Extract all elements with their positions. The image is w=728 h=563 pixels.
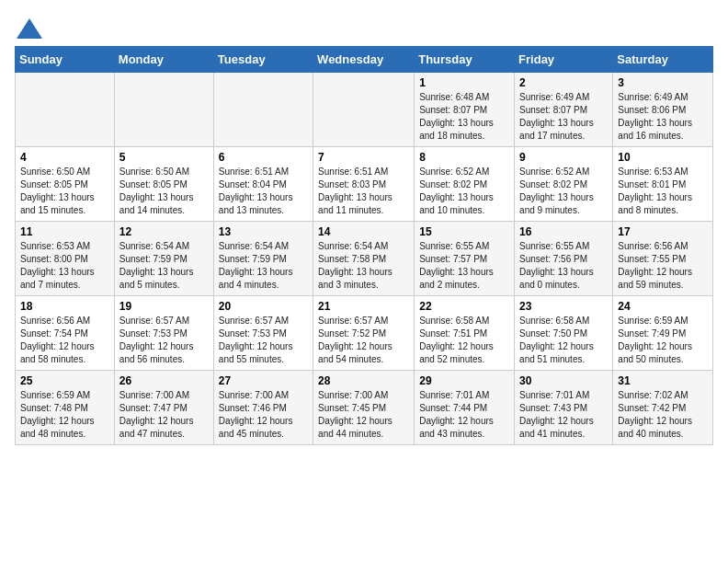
day-of-week-wednesday: Wednesday <box>313 47 415 73</box>
day-info: Sunrise: 6:59 AMSunset: 7:48 PMDaylight:… <box>20 389 109 441</box>
calendar-cell: 28Sunrise: 7:00 AMSunset: 7:45 PMDayligh… <box>313 371 415 445</box>
calendar-cell: 7Sunrise: 6:51 AMSunset: 8:03 PMDaylight… <box>313 147 415 222</box>
calendar-week-3: 11Sunrise: 6:53 AMSunset: 8:00 PMDayligh… <box>16 222 713 296</box>
day-number: 2 <box>519 76 608 89</box>
day-number: 13 <box>219 225 308 238</box>
calendar-cell <box>313 73 415 147</box>
day-number: 4 <box>20 151 109 164</box>
calendar-cell: 10Sunrise: 6:53 AMSunset: 8:01 PMDayligh… <box>613 147 713 222</box>
calendar-cell: 1Sunrise: 6:48 AMSunset: 8:07 PMDaylight… <box>415 73 515 147</box>
calendar-cell: 12Sunrise: 6:54 AMSunset: 7:59 PMDayligh… <box>114 222 213 296</box>
day-number: 14 <box>318 225 409 238</box>
day-info: Sunrise: 7:00 AMSunset: 7:45 PMDaylight:… <box>318 389 409 441</box>
calendar-cell: 18Sunrise: 6:56 AMSunset: 7:54 PMDayligh… <box>16 296 115 371</box>
day-number: 24 <box>618 300 708 313</box>
logo <box>15 18 42 39</box>
day-info: Sunrise: 6:53 AMSunset: 8:01 PMDaylight:… <box>618 166 708 217</box>
day-number: 1 <box>419 76 509 89</box>
day-number: 15 <box>419 225 509 238</box>
day-info: Sunrise: 7:01 AMSunset: 7:44 PMDaylight:… <box>419 389 509 441</box>
day-info: Sunrise: 6:53 AMSunset: 8:00 PMDaylight:… <box>20 240 109 292</box>
day-info: Sunrise: 6:58 AMSunset: 7:51 PMDaylight:… <box>419 315 509 366</box>
calendar-cell: 27Sunrise: 7:00 AMSunset: 7:46 PMDayligh… <box>213 371 313 445</box>
day-number: 25 <box>20 374 109 387</box>
calendar-cell: 21Sunrise: 6:57 AMSunset: 7:52 PMDayligh… <box>313 296 415 371</box>
day-number: 31 <box>618 374 708 387</box>
day-number: 19 <box>119 300 209 313</box>
day-info: Sunrise: 6:57 AMSunset: 7:52 PMDaylight:… <box>318 315 409 366</box>
day-info: Sunrise: 6:57 AMSunset: 7:53 PMDaylight:… <box>119 315 209 366</box>
calendar-cell: 23Sunrise: 6:58 AMSunset: 7:50 PMDayligh… <box>515 296 613 371</box>
day-info: Sunrise: 6:49 AMSunset: 8:07 PMDaylight:… <box>519 91 608 143</box>
calendar-cell <box>213 73 313 147</box>
day-number: 21 <box>318 300 409 313</box>
day-info: Sunrise: 6:56 AMSunset: 7:54 PMDaylight:… <box>20 315 109 366</box>
calendar-cell: 20Sunrise: 6:57 AMSunset: 7:53 PMDayligh… <box>213 296 313 371</box>
day-number: 18 <box>20 300 109 313</box>
calendar-week-4: 18Sunrise: 6:56 AMSunset: 7:54 PMDayligh… <box>16 296 713 371</box>
day-number: 29 <box>419 374 509 387</box>
day-info: Sunrise: 7:01 AMSunset: 7:43 PMDaylight:… <box>519 389 608 441</box>
day-info: Sunrise: 6:52 AMSunset: 8:02 PMDaylight:… <box>419 166 509 217</box>
calendar-cell: 5Sunrise: 6:50 AMSunset: 8:05 PMDaylight… <box>114 147 213 222</box>
day-number: 30 <box>519 374 608 387</box>
calendar-week-2: 4Sunrise: 6:50 AMSunset: 8:05 PMDaylight… <box>16 147 713 222</box>
calendar-cell <box>16 73 115 147</box>
day-info: Sunrise: 6:51 AMSunset: 8:04 PMDaylight:… <box>219 166 308 217</box>
day-info: Sunrise: 6:56 AMSunset: 7:55 PMDaylight:… <box>618 240 708 292</box>
calendar-cell: 2Sunrise: 6:49 AMSunset: 8:07 PMDaylight… <box>515 73 613 147</box>
day-number: 12 <box>119 225 209 238</box>
calendar-cell: 15Sunrise: 6:55 AMSunset: 7:57 PMDayligh… <box>415 222 515 296</box>
calendar-cell: 16Sunrise: 6:55 AMSunset: 7:56 PMDayligh… <box>515 222 613 296</box>
day-of-week-saturday: Saturday <box>613 47 713 73</box>
day-of-week-tuesday: Tuesday <box>213 47 313 73</box>
day-number: 5 <box>119 151 209 164</box>
day-number: 7 <box>318 151 409 164</box>
day-number: 3 <box>618 76 708 89</box>
day-info: Sunrise: 6:49 AMSunset: 8:06 PMDaylight:… <box>618 91 708 143</box>
day-number: 16 <box>519 225 608 238</box>
logo-icon <box>17 18 42 39</box>
calendar-cell: 14Sunrise: 6:54 AMSunset: 7:58 PMDayligh… <box>313 222 415 296</box>
calendar-cell: 26Sunrise: 7:00 AMSunset: 7:47 PMDayligh… <box>114 371 213 445</box>
calendar-cell: 17Sunrise: 6:56 AMSunset: 7:55 PMDayligh… <box>613 222 713 296</box>
calendar-cell: 8Sunrise: 6:52 AMSunset: 8:02 PMDaylight… <box>415 147 515 222</box>
day-number: 23 <box>519 300 608 313</box>
day-of-week-monday: Monday <box>114 47 213 73</box>
calendar-cell: 24Sunrise: 6:59 AMSunset: 7:49 PMDayligh… <box>613 296 713 371</box>
day-info: Sunrise: 6:55 AMSunset: 7:57 PMDaylight:… <box>419 240 509 292</box>
calendar-table: SundayMondayTuesdayWednesdayThursdayFrid… <box>15 46 713 445</box>
calendar-cell: 30Sunrise: 7:01 AMSunset: 7:43 PMDayligh… <box>515 371 613 445</box>
calendar-cell: 11Sunrise: 6:53 AMSunset: 8:00 PMDayligh… <box>16 222 115 296</box>
calendar-cell: 6Sunrise: 6:51 AMSunset: 8:04 PMDaylight… <box>213 147 313 222</box>
day-number: 9 <box>519 151 608 164</box>
day-number: 28 <box>318 374 409 387</box>
day-number: 22 <box>419 300 509 313</box>
day-of-week-sunday: Sunday <box>16 47 115 73</box>
calendar-cell: 22Sunrise: 6:58 AMSunset: 7:51 PMDayligh… <box>415 296 515 371</box>
calendar-cell: 4Sunrise: 6:50 AMSunset: 8:05 PMDaylight… <box>16 147 115 222</box>
day-info: Sunrise: 7:02 AMSunset: 7:42 PMDaylight:… <box>618 389 708 441</box>
day-info: Sunrise: 6:55 AMSunset: 7:56 PMDaylight:… <box>519 240 608 292</box>
day-of-week-friday: Friday <box>515 47 613 73</box>
day-number: 26 <box>119 374 209 387</box>
day-info: Sunrise: 6:50 AMSunset: 8:05 PMDaylight:… <box>20 166 109 217</box>
calendar-cell: 19Sunrise: 6:57 AMSunset: 7:53 PMDayligh… <box>114 296 213 371</box>
day-number: 27 <box>219 374 308 387</box>
day-info: Sunrise: 6:54 AMSunset: 7:59 PMDaylight:… <box>219 240 308 292</box>
calendar-cell: 25Sunrise: 6:59 AMSunset: 7:48 PMDayligh… <box>16 371 115 445</box>
day-info: Sunrise: 6:54 AMSunset: 7:59 PMDaylight:… <box>119 240 209 292</box>
svg-marker-0 <box>17 18 42 39</box>
calendar-week-5: 25Sunrise: 6:59 AMSunset: 7:48 PMDayligh… <box>16 371 713 445</box>
calendar-cell: 13Sunrise: 6:54 AMSunset: 7:59 PMDayligh… <box>213 222 313 296</box>
day-number: 6 <box>219 151 308 164</box>
day-info: Sunrise: 6:52 AMSunset: 8:02 PMDaylight:… <box>519 166 608 217</box>
day-info: Sunrise: 6:59 AMSunset: 7:49 PMDaylight:… <box>618 315 708 366</box>
day-number: 8 <box>419 151 509 164</box>
calendar-cell: 31Sunrise: 7:02 AMSunset: 7:42 PMDayligh… <box>613 371 713 445</box>
day-number: 20 <box>219 300 308 313</box>
day-info: Sunrise: 6:57 AMSunset: 7:53 PMDaylight:… <box>219 315 308 366</box>
calendar-cell <box>114 73 213 147</box>
day-of-week-thursday: Thursday <box>415 47 515 73</box>
calendar-week-1: 1Sunrise: 6:48 AMSunset: 8:07 PMDaylight… <box>16 73 713 147</box>
